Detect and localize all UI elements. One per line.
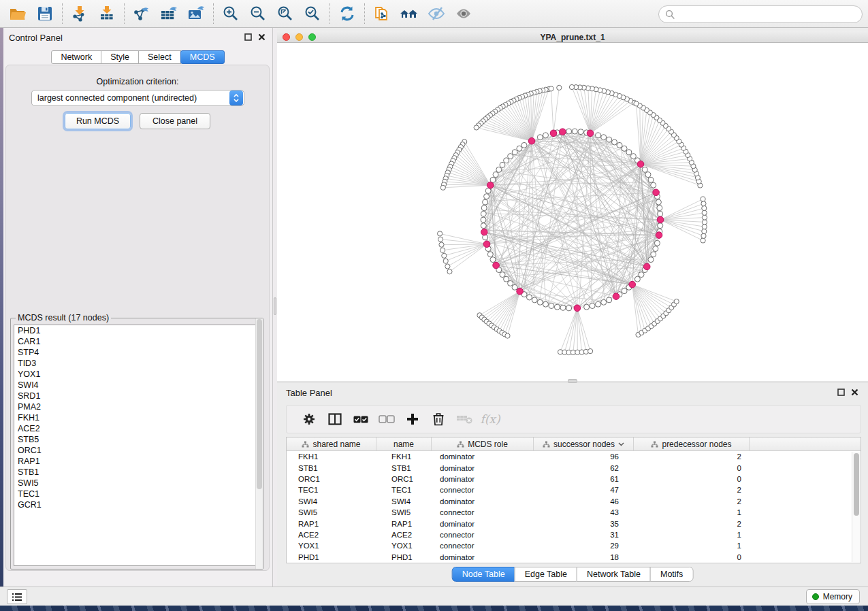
save-button[interactable] bbox=[31, 2, 59, 25]
mcds-hub-node[interactable] bbox=[587, 130, 594, 137]
network-node[interactable] bbox=[508, 280, 513, 286]
network-node[interactable] bbox=[512, 150, 517, 155]
column-header-name[interactable]: name bbox=[376, 437, 432, 450]
network-node[interactable] bbox=[487, 252, 493, 257]
mcds-result-item[interactable]: ACE2 bbox=[14, 423, 259, 434]
delete-column-button[interactable] bbox=[425, 408, 451, 431]
network-node[interactable] bbox=[658, 223, 663, 229]
memory-button[interactable]: Memory bbox=[806, 589, 860, 604]
network-leaf-node[interactable] bbox=[440, 248, 445, 252]
network-node[interactable] bbox=[648, 257, 654, 263]
network-leaf-node[interactable] bbox=[674, 299, 679, 304]
first-neighbors-button[interactable] bbox=[396, 2, 423, 25]
network-node[interactable] bbox=[500, 272, 505, 278]
network-node[interactable] bbox=[532, 297, 537, 303]
open-folder-button[interactable] bbox=[4, 2, 31, 25]
mcds-result-item[interactable]: YOX1 bbox=[14, 369, 259, 380]
network-leaf-node[interactable] bbox=[701, 197, 705, 201]
network-leaf-node[interactable] bbox=[438, 237, 443, 242]
network-leaf-node[interactable] bbox=[569, 84, 574, 89]
tab-select[interactable]: Select bbox=[138, 50, 181, 64]
network-node[interactable] bbox=[658, 211, 663, 216]
table-row[interactable]: ACE2ACE2connector311 bbox=[287, 529, 861, 540]
task-history-button[interactable] bbox=[7, 589, 27, 604]
tab-network[interactable]: Network bbox=[51, 50, 101, 64]
mcds-hub-node[interactable] bbox=[550, 130, 557, 137]
network-leaf-node[interactable] bbox=[702, 225, 707, 229]
table-row[interactable]: STB1STB1dominator620 bbox=[287, 462, 861, 473]
mcds-result-item[interactable]: STP4 bbox=[14, 347, 259, 358]
mcds-list-scrollbar[interactable] bbox=[255, 318, 263, 569]
network-node[interactable] bbox=[483, 199, 488, 205]
network-node[interactable] bbox=[601, 135, 607, 140]
network-node[interactable] bbox=[607, 297, 612, 303]
network-node[interactable] bbox=[584, 304, 590, 310]
close-panel-button[interactable]: Close panel bbox=[140, 113, 210, 129]
table-row[interactable]: FKH1FKH1dominator962 bbox=[287, 451, 861, 462]
network-leaf-node[interactable] bbox=[445, 264, 450, 269]
table-scrollbar[interactable] bbox=[852, 452, 860, 562]
network-node[interactable] bbox=[657, 205, 662, 211]
mcds-result-item[interactable]: ORC1 bbox=[14, 445, 259, 456]
network-node[interactable] bbox=[572, 129, 577, 134]
duplicate-network-button[interactable] bbox=[368, 2, 396, 25]
search-input[interactable] bbox=[675, 10, 862, 19]
mcds-result-item[interactable]: GCR1 bbox=[14, 499, 259, 510]
network-node[interactable] bbox=[639, 272, 644, 278]
column-header-MCDS-role[interactable]: MCDS role bbox=[432, 437, 534, 450]
network-leaf-node[interactable] bbox=[474, 125, 479, 130]
network-node[interactable] bbox=[601, 299, 607, 305]
tab-network-table[interactable]: Network Table bbox=[577, 567, 651, 582]
network-node[interactable] bbox=[566, 129, 572, 134]
network-node[interactable] bbox=[634, 276, 640, 282]
mcds-hub-node[interactable] bbox=[656, 232, 662, 239]
network-node[interactable] bbox=[508, 154, 513, 159]
mcds-result-item[interactable]: PHD1 bbox=[14, 325, 259, 336]
search-field[interactable] bbox=[658, 5, 863, 23]
network-leaf-node[interactable] bbox=[439, 242, 444, 247]
network-leaf-node[interactable] bbox=[702, 205, 707, 210]
import-table-button[interactable] bbox=[93, 2, 120, 25]
network-node[interactable] bbox=[504, 158, 509, 163]
network-node[interactable] bbox=[596, 133, 601, 138]
network-node[interactable] bbox=[517, 146, 522, 151]
column-header-successor-nodes[interactable]: successor nodes bbox=[534, 437, 634, 450]
network-node[interactable] bbox=[481, 205, 487, 211]
network-node[interactable] bbox=[645, 172, 651, 178]
column-header-shared-name[interactable]: shared name bbox=[287, 437, 376, 450]
network-leaf-node[interactable] bbox=[505, 333, 510, 338]
mcds-hub-node[interactable] bbox=[560, 129, 566, 135]
network-leaf-node[interactable] bbox=[701, 238, 705, 243]
network-node[interactable] bbox=[648, 177, 654, 182]
column-header-predecessor-nodes[interactable]: predecessor nodes bbox=[634, 437, 750, 450]
mcds-hub-node[interactable] bbox=[483, 241, 490, 248]
show-columns-button[interactable] bbox=[322, 408, 348, 431]
network-node[interactable] bbox=[537, 299, 543, 305]
network-canvas[interactable] bbox=[277, 43, 868, 381]
network-leaf-node[interactable] bbox=[701, 201, 706, 206]
select-all-columns-button[interactable] bbox=[348, 408, 374, 431]
network-node[interactable] bbox=[656, 199, 661, 205]
network-node[interactable] bbox=[521, 142, 527, 148]
mcds-result-item[interactable]: SRD1 bbox=[14, 391, 259, 401]
run-mcds-button[interactable]: Run MCDS bbox=[65, 113, 131, 129]
network-node[interactable] bbox=[560, 305, 566, 310]
criterion-dropdown[interactable]: largest connected component (undirected) bbox=[31, 90, 244, 106]
zoom-fit-button[interactable] bbox=[272, 2, 299, 25]
network-node[interactable] bbox=[653, 246, 658, 252]
mcds-hub-node[interactable] bbox=[657, 216, 664, 223]
mcds-hub-node[interactable] bbox=[574, 305, 581, 312]
mcds-result-item[interactable]: TID3 bbox=[14, 358, 259, 369]
network-node[interactable] bbox=[481, 223, 486, 229]
mcds-result-item[interactable]: FKH1 bbox=[14, 412, 259, 423]
table-row[interactable]: SWI5SWI5connector431 bbox=[287, 507, 861, 518]
network-node[interactable] bbox=[617, 142, 622, 148]
network-node[interactable] bbox=[651, 252, 656, 257]
export-network-button[interactable] bbox=[128, 2, 155, 25]
network-node[interactable] bbox=[654, 240, 660, 246]
mcds-hub-node[interactable] bbox=[487, 182, 494, 188]
network-node[interactable] bbox=[496, 167, 502, 172]
hide-selected-button[interactable] bbox=[423, 2, 450, 25]
network-node[interactable] bbox=[626, 150, 632, 155]
network-node[interactable] bbox=[485, 188, 491, 193]
